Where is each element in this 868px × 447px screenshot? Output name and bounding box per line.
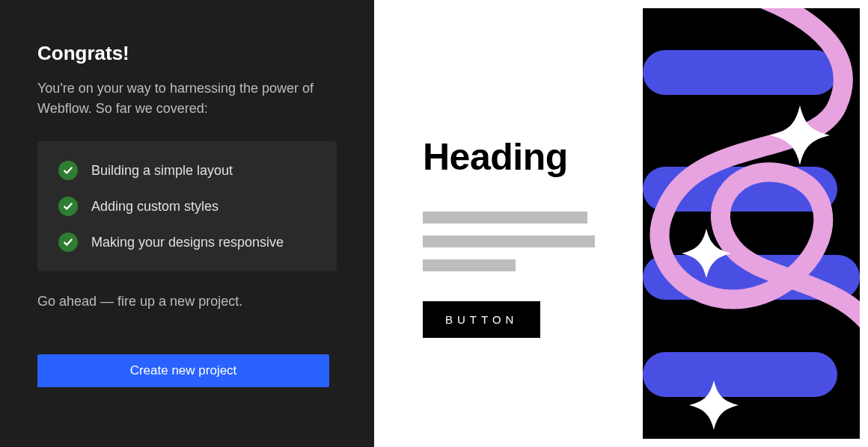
- checklist-label: Making your designs responsive: [91, 235, 284, 250]
- check-icon: [58, 197, 78, 216]
- panel-title: Congrats!: [37, 42, 337, 65]
- preview-panel: Heading BUTTON: [374, 0, 868, 447]
- placeholder-line: [423, 212, 587, 223]
- placeholder-line: [423, 259, 516, 271]
- create-project-button[interactable]: Create new project: [37, 354, 329, 387]
- preview-heading: Heading: [423, 135, 644, 179]
- svg-rect-0: [643, 50, 837, 95]
- checklist-item: Adding custom styles: [58, 197, 316, 216]
- checklist-item: Making your designs responsive: [58, 232, 316, 252]
- panel-subtitle: You're on your way to harnessing the pow…: [37, 78, 337, 119]
- placeholder-text-lines: [423, 212, 644, 271]
- check-icon: [58, 161, 78, 180]
- checklist-card: Building a simple layout Adding custom s…: [37, 141, 337, 271]
- preview-content: Heading BUTTON: [374, 8, 644, 338]
- onboarding-panel: Congrats! You're on your way to harnessi…: [0, 0, 374, 447]
- svg-rect-3: [643, 352, 837, 397]
- placeholder-line: [423, 235, 595, 247]
- decorative-artwork: [643, 8, 860, 439]
- panel-footer-text: Go ahead — fire up a new project.: [37, 294, 337, 309]
- preview-button[interactable]: BUTTON: [423, 301, 540, 338]
- checklist-label: Adding custom styles: [91, 199, 218, 215]
- checklist-label: Building a simple layout: [91, 163, 233, 179]
- check-icon: [58, 232, 78, 252]
- checklist-item: Building a simple layout: [58, 161, 316, 180]
